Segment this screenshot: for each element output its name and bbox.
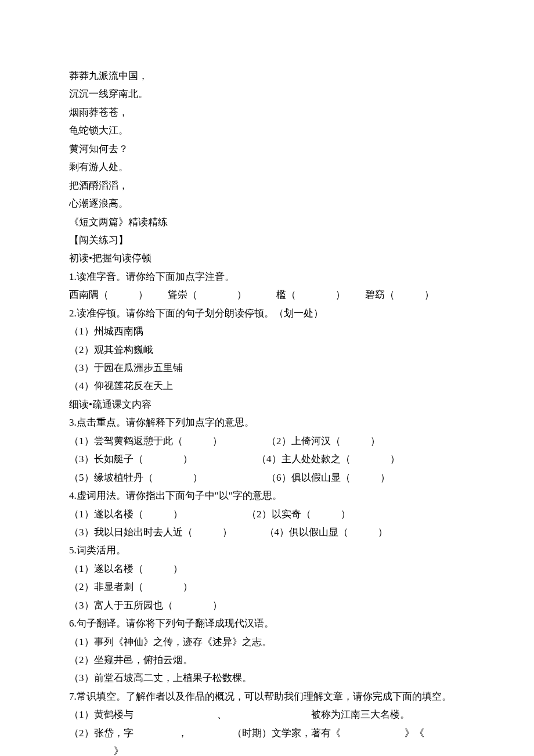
question-5-item: （1）遂以名楼（ ） (49, 560, 485, 578)
poem-line: 剩有游人处。 (49, 158, 485, 176)
question-2-item: （1）州城西南隅 (49, 322, 485, 340)
poem-line: 莽莽九派流中国， (49, 67, 485, 85)
question-7-item-2: （2）张岱，字，（时期）文学家，著有《》《》 (49, 724, 485, 756)
q3-pair-left: （5）缘坡植牡丹（ ） (69, 472, 203, 483)
question-5-item: （3）富人于五所园也（ ） (49, 596, 485, 614)
question-3-pair: （1）尝驾黄鹤返憩于此（ ）（2）上倚河汉（ ） (49, 432, 485, 450)
q4-pair-right: （4）俱以假山显（ ） (265, 527, 388, 538)
question-6-item: （2）坐窥井邑，俯拍云烟。 (49, 651, 485, 669)
q7-2-b: ， (178, 728, 187, 739)
q7-2-d: 》《 (405, 728, 424, 739)
question-4-pair: （1）遂以名楼（ ）（2）以实奇（ ） (49, 505, 485, 523)
q7-2-c: （时期）文学家，著有《 (232, 728, 341, 739)
question-2-item: （3）于园在瓜洲步五里铺 (49, 359, 485, 377)
q7-2-e: 》 (114, 746, 124, 756)
q3-pair-right: （4）主人处处款之（ ） (257, 453, 400, 465)
question-1-items: 西南隅（ ） 聳崇（ ） 檻（ ） 碧窈（ ） (49, 286, 485, 304)
question-1-stem: 1.读准字音。请你给下面加点字注音。 (49, 268, 485, 286)
q7-2-a: （2）张岱，字 (69, 728, 134, 739)
question-2-item: （2）观其耸构巍峨 (49, 341, 485, 359)
poem-line: 心潮逐浪高。 (49, 195, 485, 213)
question-6-item: （3）前堂石坡高二丈，上植果子松数棵。 (49, 669, 485, 687)
q3-pair-left: （1）尝驾黄鹤返憩于此（ ） (69, 435, 222, 447)
question-2-stem: 2.读准停顿。请你给下面的句子划分朗读停顿。（划一处） (49, 304, 485, 322)
q4-pair-right: （2）以实奇（ ） (247, 509, 351, 520)
q3-pair-right: （6）俱以假山显（ ） (266, 472, 390, 483)
question-3-stem: 3.点击重点。请你解释下列加点字的意思。 (49, 413, 485, 431)
poem-line: 烟雨莽苍苍， (49, 103, 485, 121)
question-7-stem: 7.常识填空。了解作者以及作品的概况，可以帮助我们理解文章，请你完成下面的填空。 (49, 687, 485, 705)
question-4-stem: 4.虚词用法。请你指出下面句子中"以"字的意思。 (49, 487, 485, 505)
question-7-item-1: （1）黄鹤楼与、被称为江南三大名楼。 (49, 705, 485, 723)
question-5-stem: 5.词类活用。 (49, 541, 485, 559)
q3-pair-right: （2）上倚河汉（ ） (266, 435, 380, 447)
poem-line: 黄河知何去？ (49, 140, 485, 158)
document-title: 《短文两篇》精读精练 (49, 213, 485, 231)
section-1-heading: 初读•把握句读停顿 (49, 249, 485, 267)
question-5-item: （2）非显者刺（ ） (49, 578, 485, 596)
poem-line: 把酒酹滔滔， (49, 177, 485, 195)
q7-1-a: （1）黄鹤楼与 (69, 709, 134, 720)
question-3-pair: （3）长如艇子（ ）（4）主人处处款之（ ） (49, 450, 485, 468)
gate-exercise-title: 【闯关练习】 (49, 231, 485, 249)
question-2-item: （4）仰视莲花反在天上 (49, 377, 485, 395)
question-3-pair: （5）缘坡植牡丹（ ）（6）俱以假山显（ ） (49, 469, 485, 487)
question-6-item: （1）事列《神仙》之传，迹存《述异》之志。 (49, 633, 485, 651)
q4-pair-left: （1）遂以名楼（ ） (69, 509, 183, 520)
q7-1-b: 、 (217, 709, 227, 720)
q7-1-c: 被称为江南三大名楼。 (311, 709, 410, 720)
q3-pair-left: （3）长如艇子（ ） (69, 453, 193, 465)
poem-line: 沉沉一线穿南北。 (49, 85, 485, 103)
poem-line: 龟蛇锁大江。 (49, 121, 485, 139)
q4-pair-left: （3）我以日始出时去人近（ ） (69, 527, 232, 538)
question-4-pair: （3）我以日始出时去人近（ ）（4）俱以假山显（ ） (49, 523, 485, 541)
section-2-heading: 细读•疏通课文内容 (49, 395, 485, 413)
question-6-stem: 6.句子翻译。请你将下列句子翻译成现代汉语。 (49, 614, 485, 632)
